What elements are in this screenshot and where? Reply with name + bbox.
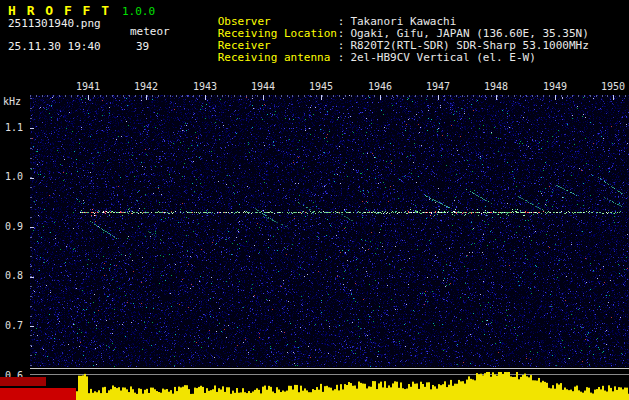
- freq-label: 1.1: [5, 122, 29, 133]
- spectrogram-canvas: [30, 95, 629, 367]
- separator-line: [30, 368, 629, 369]
- time-label: 1950: [599, 81, 627, 92]
- freq-label: 1.0: [5, 171, 29, 182]
- time-label: 1945: [307, 81, 335, 92]
- time-label: 1942: [132, 81, 160, 92]
- time-label: 1947: [424, 81, 452, 92]
- mode-label: meteor: [130, 25, 170, 38]
- output-filename: 2511301940.png: [8, 17, 101, 30]
- app-version: 1.0.0: [122, 5, 155, 18]
- time-label: 1946: [366, 81, 394, 92]
- info-separator: :: [338, 51, 345, 64]
- meteor-count: 39: [136, 40, 149, 53]
- freq-label: 0.9: [5, 221, 29, 232]
- app-title: H R O F F T: [8, 3, 111, 18]
- status-marker-block: [0, 388, 76, 400]
- time-label: 1948: [482, 81, 510, 92]
- info-label: Receiving antenna: [218, 52, 338, 64]
- signal-strength-canvas: [76, 370, 629, 400]
- capture-datetime: 25.11.30 19:40: [8, 40, 101, 53]
- freq-axis-unit-label: kHz: [3, 96, 21, 107]
- time-label: 1944: [249, 81, 277, 92]
- status-marker-block: [0, 377, 46, 386]
- info-value: 2el-HB9CV Vertical (el. E-W): [350, 51, 535, 64]
- time-label: 1941: [74, 81, 102, 92]
- hrofft-window: H R O F F T 1.0.0 2511301940.png meteor …: [0, 0, 629, 400]
- freq-label: 0.8: [5, 270, 29, 281]
- time-label: 1943: [191, 81, 219, 92]
- info-row-antenna: Receiving antenna:2el-HB9CV Vertical (el…: [178, 40, 536, 76]
- freq-label: 0.7: [5, 320, 29, 331]
- time-label: 1949: [541, 81, 569, 92]
